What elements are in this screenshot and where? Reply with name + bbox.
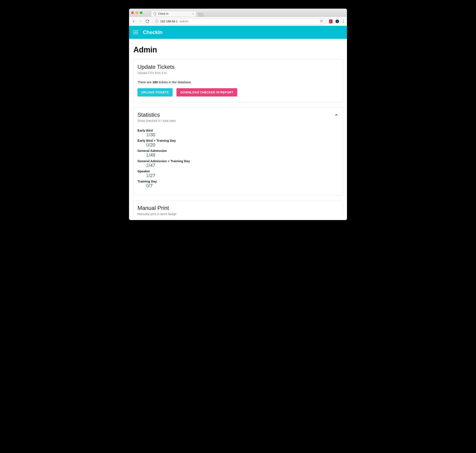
update-tickets-card: Update Tickets Upload CSV from ti.to The… bbox=[133, 59, 343, 102]
chevron-up-icon[interactable] bbox=[334, 113, 339, 117]
hamburger-menu-icon[interactable] bbox=[133, 31, 138, 34]
statistics-card: Statistics Show checked in / total stats… bbox=[133, 107, 343, 195]
close-window-button[interactable] bbox=[131, 11, 134, 14]
card-subtitle: Upload CSV from ti.to bbox=[137, 71, 339, 75]
minimize-window-button[interactable] bbox=[135, 11, 138, 14]
stat-total: 20 bbox=[150, 142, 155, 148]
svg-marker-0 bbox=[320, 19, 323, 22]
page-title: Admin bbox=[133, 45, 343, 54]
browser-menu-icon[interactable] bbox=[342, 19, 344, 24]
app-bar: CheckIn bbox=[129, 26, 347, 39]
browser-tab-active[interactable]: Check In × bbox=[151, 11, 196, 17]
browser-tabs: Check In × bbox=[151, 9, 204, 17]
extension-badge-icon[interactable]: 1 bbox=[335, 20, 339, 23]
stat-total: 7 bbox=[150, 183, 153, 188]
window-titlebar: Check In × bbox=[129, 9, 347, 17]
stat-checked-in: 1 bbox=[146, 173, 149, 178]
browser-tab-title: Check In bbox=[158, 12, 168, 15]
forward-button[interactable] bbox=[139, 19, 142, 23]
stat-total: 47 bbox=[150, 163, 155, 168]
window-controls bbox=[131, 11, 142, 14]
ticket-count-line: There are 180 tickets in the database. bbox=[137, 80, 339, 84]
address-bar[interactable]: i 192.168.64.1/admin bbox=[152, 18, 326, 24]
manual-print-card: Manual Print Manually print a name badge bbox=[133, 200, 343, 216]
site-info-icon[interactable]: i bbox=[155, 20, 158, 23]
stat-item: Training Day 0/7 bbox=[137, 179, 339, 188]
stat-label: Training Day bbox=[137, 179, 339, 183]
ublock-extension-icon[interactable]: u bbox=[329, 19, 333, 23]
maximize-window-button[interactable] bbox=[140, 11, 142, 14]
card-subtitle: Manually print a name badge bbox=[137, 212, 339, 216]
stat-checked-in: 0 bbox=[146, 142, 149, 148]
close-tab-icon[interactable]: × bbox=[192, 12, 194, 15]
stat-item: General Admission 1/49 bbox=[137, 149, 339, 158]
card-subtitle: Show checked in / total stats bbox=[137, 119, 334, 122]
ticket-count: 180 bbox=[152, 80, 158, 84]
stat-label: General Admission bbox=[137, 149, 339, 153]
new-tab-button[interactable] bbox=[198, 13, 205, 17]
upload-tickets-button[interactable]: UPLOAD TICKETS bbox=[137, 88, 173, 96]
stat-checked-in: 0 bbox=[146, 183, 149, 188]
stat-total: 49 bbox=[150, 152, 155, 158]
stat-item: Early Bird 1/30 bbox=[137, 128, 339, 137]
stat-checked-in: 1 bbox=[146, 152, 149, 158]
stat-item: Speaker 1/27 bbox=[137, 169, 339, 178]
stat-label: General Admission + Training Day bbox=[137, 159, 339, 163]
stat-checked-in: 2 bbox=[146, 163, 149, 168]
stat-checked-in: 1 bbox=[146, 132, 149, 137]
card-heading: Manual Print bbox=[137, 205, 339, 211]
back-button[interactable] bbox=[132, 19, 135, 23]
page-content: Admin Update Tickets Upload CSV from ti.… bbox=[129, 39, 347, 220]
statistics-list: Early Bird 1/30 Early Bird + Training Da… bbox=[137, 128, 339, 188]
app-brand: CheckIn bbox=[143, 29, 163, 35]
stat-total: 30 bbox=[150, 132, 155, 137]
download-report-button[interactable]: DOWNLOAD CHECKED IN REPORT bbox=[177, 88, 237, 96]
stat-label: Early Bird bbox=[137, 128, 339, 132]
browser-toolbar: i 192.168.64.1/admin u 1 bbox=[129, 17, 347, 26]
url-host: 192.168.64.1 bbox=[160, 20, 178, 23]
reload-button[interactable] bbox=[145, 19, 149, 23]
stat-label: Speaker bbox=[137, 169, 339, 173]
stat-label: Early Bird + Training Day bbox=[137, 139, 339, 142]
card-heading: Update Tickets bbox=[137, 64, 339, 70]
stat-total: 27 bbox=[150, 173, 155, 178]
card-heading: Statistics bbox=[137, 112, 334, 118]
statistics-header[interactable]: Statistics Show checked in / total stats bbox=[137, 112, 339, 126]
stat-item: Early Bird + Training Day 0/20 bbox=[137, 139, 339, 148]
document-icon bbox=[153, 12, 156, 15]
stat-item: General Admission + Training Day 2/47 bbox=[137, 159, 339, 168]
bookmark-star-icon[interactable] bbox=[320, 19, 323, 23]
url-path: /admin bbox=[179, 20, 189, 23]
browser-window: Check In × i 192.168.64.1/admin u 1 bbox=[129, 9, 347, 220]
